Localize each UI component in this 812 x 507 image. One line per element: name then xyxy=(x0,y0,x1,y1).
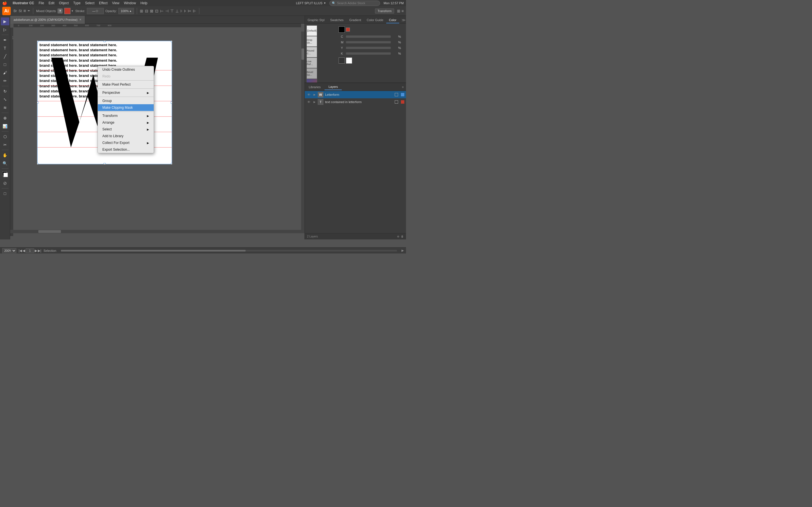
artboard-tool[interactable]: ⬡ xyxy=(1,133,9,140)
gs-swatch-live-reflect[interactable]: Live Ref... xyxy=(306,57,317,68)
h-distribute-icon[interactable]: ⊟ xyxy=(145,9,148,13)
delete-layer-icon[interactable]: 🗑 xyxy=(401,235,404,238)
arrange-icon[interactable]: ⊞ xyxy=(397,9,400,13)
menu-file[interactable]: File xyxy=(39,1,44,5)
zoom-select[interactable]: 200% 100% 50% xyxy=(2,248,16,253)
h-align-right-icon[interactable]: ⊣ xyxy=(165,9,168,13)
tab-graphic-styles[interactable]: Graphic Styl xyxy=(305,17,327,23)
hand-tool[interactable]: ✋ xyxy=(1,151,9,159)
tab-close-icon[interactable]: ✕ xyxy=(79,18,82,21)
tab-layers[interactable]: Layers xyxy=(324,84,342,90)
change-screen-mode[interactable]: □ xyxy=(1,189,9,198)
handle-ml[interactable] xyxy=(37,101,38,104)
layer-target-icon-text[interactable] xyxy=(395,100,398,104)
layer-expand-icon-letterform[interactable]: ▶ xyxy=(313,93,316,96)
zoom-tool[interactable]: 🔍 xyxy=(1,159,9,167)
column-graph-tool[interactable]: 📊 xyxy=(1,122,9,130)
selection-tool[interactable]: ▶ xyxy=(1,17,9,25)
warp-tool[interactable]: ≋ xyxy=(1,104,9,112)
more-icon[interactable]: ≡ xyxy=(402,9,404,13)
gs-swatch-bevel-soft[interactable]: Bevel So... xyxy=(306,68,317,79)
menu-edit[interactable]: Edit xyxy=(49,1,54,5)
color-swatch-2[interactable] xyxy=(346,27,350,32)
ctx-add-to-library[interactable]: Add to Library xyxy=(98,133,154,139)
color-black-swatch[interactable] xyxy=(339,57,345,64)
ctx-collect-for-export[interactable]: Collect For Export ▶ xyxy=(98,139,154,146)
menu-window[interactable]: Window xyxy=(124,1,136,5)
pencil-tool[interactable]: ✏ xyxy=(1,77,9,85)
v-align-bottom-icon[interactable]: ⊥ xyxy=(175,9,179,13)
pen-icon[interactable]: ✒ xyxy=(28,9,30,13)
v-align-top-icon[interactable]: ⊤ xyxy=(170,9,174,13)
workspace-selector[interactable]: LEFT SPLIT ILLUS ▼ xyxy=(296,1,326,5)
tab-color[interactable]: Color xyxy=(386,17,399,23)
stroke-stepper-icon[interactable]: ⬡ xyxy=(96,10,98,12)
line-tool[interactable]: ╱ xyxy=(1,52,9,60)
bridge-icon[interactable]: Br xyxy=(13,9,17,13)
menu-object[interactable]: Object xyxy=(59,1,69,5)
gs-swatch-default[interactable]: [Default] xyxy=(306,25,317,36)
last-page-button[interactable]: ▶| xyxy=(38,249,41,252)
ctx-perspective[interactable]: Perspective ▶ xyxy=(98,89,154,96)
scale-tool[interactable]: ⤡ xyxy=(1,96,9,103)
transform-panel-button[interactable]: Transform xyxy=(375,8,394,13)
slice-tool[interactable]: ✂ xyxy=(1,141,9,149)
v-distribute-spacing-icon[interactable]: ⊨ xyxy=(188,9,191,13)
menu-type[interactable]: Type xyxy=(73,1,81,5)
first-page-button[interactable]: |◀ xyxy=(18,249,22,252)
handle-br[interactable] xyxy=(171,163,172,165)
gs-swatch-drop-shadow[interactable]: Drop Sh... xyxy=(306,36,317,47)
fill-stroke-selector[interactable] xyxy=(1,170,9,178)
m-slider[interactable] xyxy=(346,41,391,43)
stroke-input[interactable]: — ⬡ xyxy=(87,8,104,14)
workspace-dropdown-icon[interactable]: ▼ xyxy=(324,2,326,4)
make-sublayer-icon[interactable]: ⊕ xyxy=(397,235,399,238)
h-align-center-icon[interactable]: ⊡ xyxy=(155,9,158,13)
v-distribute-icon[interactable]: ⊦ xyxy=(181,9,183,13)
fill-color-box[interactable] xyxy=(64,8,70,14)
layer-target-icon-letterform[interactable] xyxy=(395,93,398,96)
rotate-tool[interactable]: ↻ xyxy=(1,87,9,95)
h-distribute-spacing-icon[interactable]: ⊧ xyxy=(184,9,186,13)
prev-page-button[interactable]: ◀ xyxy=(22,249,25,252)
color-swatch-1[interactable] xyxy=(339,26,345,33)
context-menu[interactable]: Undo Create Outlines Redo Make Pixel Per… xyxy=(98,66,154,153)
ctx-export-selection[interactable]: Export Selection... xyxy=(98,146,154,153)
tab-libraries[interactable]: Libraries xyxy=(305,84,324,90)
fill-dropdown-icon[interactable]: ▼ xyxy=(71,10,73,12)
pen-tool[interactable]: ✒ xyxy=(1,36,9,44)
menu-help[interactable]: Help xyxy=(140,1,147,5)
symbol-tool[interactable]: ⊕ xyxy=(1,114,9,122)
rect-tool[interactable]: □ xyxy=(1,61,9,68)
next-page-button[interactable]: ▶ xyxy=(35,249,37,252)
layer-visibility-icon-letterform[interactable]: 👁 xyxy=(306,93,311,96)
handle-tc[interactable] xyxy=(103,41,106,42)
layer-visibility-icon-text[interactable]: 👁 xyxy=(306,100,311,104)
y-slider[interactable] xyxy=(346,47,391,49)
hscroll-thumb[interactable] xyxy=(38,230,61,233)
layer-row-letterform[interactable]: 👁 ▶ W Letterform xyxy=(305,91,406,98)
align-to-icon[interactable]: ⊞ xyxy=(140,9,143,13)
panel-tabs-more-icon[interactable]: ≫ xyxy=(399,17,406,23)
opacity-stepper-icon[interactable]: ▲ xyxy=(129,10,132,12)
handle-mr[interactable] xyxy=(171,101,172,104)
menu-view[interactable]: View xyxy=(112,1,119,5)
handle-tr[interactable] xyxy=(171,41,172,42)
tab-swatches[interactable]: Swatches xyxy=(327,17,347,23)
layer-expand-icon-text[interactable]: ▶ xyxy=(313,101,316,103)
ctx-make-clipping-mask[interactable]: Make Clipping Mask xyxy=(98,104,154,111)
ctx-transform[interactable]: Transform ▶ xyxy=(98,112,154,119)
layer-row-text[interactable]: 👁 ▶ T text contained in letterform xyxy=(305,98,406,106)
menu-select[interactable]: Select xyxy=(85,1,94,5)
status-right-arrow[interactable]: ▶ xyxy=(402,249,404,252)
gs-swatch-round-corner[interactable]: Round C... xyxy=(306,47,317,57)
type-tool[interactable]: T xyxy=(1,44,9,52)
handle-tl[interactable] xyxy=(37,41,38,42)
ctx-arrange[interactable]: Arrange ▶ xyxy=(98,119,154,126)
stock-icon[interactable]: St xyxy=(18,9,22,13)
vertical-scrollbar[interactable] xyxy=(301,32,305,233)
none-icon[interactable]: ⊘ xyxy=(1,179,9,187)
search-adobe-stock[interactable]: 🔍 Search Adobe Stock xyxy=(329,1,380,6)
ctx-select[interactable]: Select ▶ xyxy=(98,126,154,133)
ctx-undo-create-outlines[interactable]: Undo Create Outlines xyxy=(98,66,154,73)
